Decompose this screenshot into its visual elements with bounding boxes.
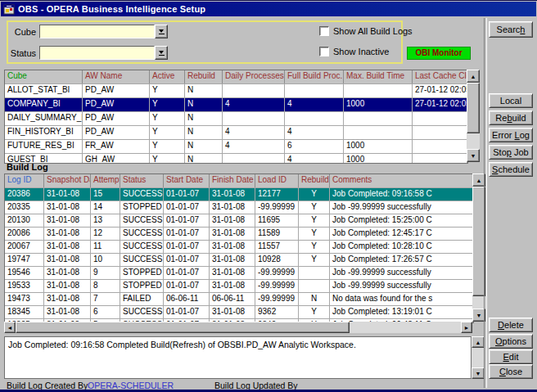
scrollbar-up-icon[interactable]: ▲	[467, 70, 480, 83]
grid-cell: 13	[91, 214, 120, 227]
cube-grid-row[interactable]: COMPANY_BIPD_AWYN44100027-01-12 02:05 PM	[5, 98, 467, 112]
error-log-button[interactable]: Error Log	[489, 128, 533, 142]
edit-button[interactable]: Edit	[489, 349, 533, 364]
status-field[interactable]	[39, 46, 155, 60]
build-log-row[interactable]: 2033531-01-0814STOPPED01-01-0731-01-08-9…	[5, 201, 473, 214]
grid-cell: 11589	[255, 228, 299, 240]
close-button[interactable]: Close	[489, 364, 533, 379]
local-sync-button[interactable]: Local Sync.	[489, 93, 533, 108]
status-dropdown-button[interactable]	[155, 46, 168, 60]
grid-cell: 11	[91, 241, 120, 253]
grid-cell: PD_AW	[83, 126, 150, 139]
grid-cell: 6	[91, 306, 120, 318]
grid-cell: 01-01-07	[164, 188, 210, 201]
grid-cell: 31-01-08	[44, 241, 91, 253]
obi-monitor-indicator[interactable]: OBI Monitor	[407, 47, 471, 60]
grid-cell: SUCCESS	[120, 254, 164, 266]
cube-grid-row[interactable]: ALLOT_STAT_BIPD_AWYN27-01-12 02:05 PM	[5, 84, 467, 98]
grid-cell: STOPPED	[120, 267, 164, 279]
build-log-row[interactable]: 2006731-01-0811SUCCESS01-01-0731-01-0811…	[5, 241, 473, 254]
grid-header-cell: Load ID	[255, 174, 299, 187]
grid-cell: 01-01-07	[164, 280, 210, 292]
grid-cell: Y	[150, 140, 185, 153]
schedule-button[interactable]: Schedule	[489, 162, 533, 177]
cube-grid-scrollbar[interactable]: ▲ ▼	[467, 70, 480, 162]
cube-field[interactable]	[39, 25, 155, 38]
grid-cell: 31-01-08	[44, 188, 91, 201]
grid-cell: GH_AW	[83, 154, 150, 164]
grid-cell: FUTURE_RES_BI	[5, 140, 83, 153]
options-button[interactable]: Options	[489, 334, 533, 349]
build-log-row[interactable]: 1947331-01-087FAILED06-06-1106-06-11-99.…	[5, 293, 473, 306]
grid-cell: Y	[299, 228, 330, 240]
grid-cell: Job -99.99999 successfully	[330, 267, 473, 279]
rebuild-button[interactable]: Rebuild	[489, 110, 533, 125]
grid-cell: Y	[299, 254, 330, 266]
delete-log-button[interactable]: Delete Log	[489, 318, 533, 332]
grid-cell: 19473	[5, 293, 44, 305]
grid-cell: 12177	[255, 188, 299, 201]
grid-cell: SUCCESS	[120, 241, 164, 253]
build-log-row[interactable]: 2013031-01-0813SUCCESS01-01-0731-01-0811…	[5, 214, 473, 228]
scrollbar-thumb[interactable]	[467, 83, 480, 133]
comment-box-scrollbar[interactable]: ▲ ▼	[472, 336, 485, 379]
grid-cell: FAILED	[120, 293, 164, 305]
grid-cell: Y	[299, 201, 330, 214]
grid-header-cell: Last Cache Clear	[413, 70, 467, 83]
cube-grid-row[interactable]: FUTURE_RES_BIFR_AWYN461000	[5, 140, 467, 154]
build-log-row[interactable]: 1954631-01-089STOPPED01-01-0731-01-08-99…	[5, 267, 473, 280]
grid-cell: Job Completed: 17:26:57 C	[330, 254, 473, 266]
grid-cell: No data was found for the s	[330, 293, 473, 305]
cube-dropdown-button[interactable]	[155, 25, 168, 38]
scrollbar-up-icon[interactable]: ▲	[472, 336, 485, 348]
grid-cell: 19747	[5, 254, 44, 266]
grid-cell: 4	[285, 98, 344, 111]
grid-cell: Y	[150, 154, 185, 164]
scrollbar-right-icon[interactable]: ►	[461, 322, 472, 333]
show-all-build-logs-checkbox[interactable]	[319, 26, 329, 36]
grid-cell	[285, 112, 344, 125]
grid-cell: 4	[285, 126, 344, 139]
grid-cell: Y	[150, 84, 185, 97]
search-button[interactable]: Search	[489, 21, 533, 38]
build-log-row[interactable]: 1953331-01-088STOPPED01-01-0731-01-08-99…	[5, 280, 473, 293]
scrollbar-left-icon[interactable]: ◄	[4, 322, 16, 333]
build-log-row[interactable]: 2038631-01-0815SUCCESS01-01-0731-01-0812…	[5, 188, 473, 201]
grid-cell	[223, 84, 285, 97]
grid-cell: Y	[299, 241, 330, 253]
build-log-row[interactable]: 1974731-01-0810SUCCESS01-01-0731-01-0810…	[5, 254, 473, 267]
grid-cell: Job Completed: 13:19:01 C	[330, 306, 473, 318]
grid-cell: Job Completed: 09:16:58 C	[330, 188, 473, 201]
grid-header-cell: Finish Date	[210, 174, 255, 187]
scrollbar-down-icon[interactable]: ▼	[467, 149, 480, 162]
cube-grid-row[interactable]: FIN_HISTORY_BIPD_AWYN44	[5, 126, 467, 140]
scrollbar-down-icon[interactable]: ▼	[472, 367, 485, 379]
grid-cell: N	[185, 126, 223, 139]
grid-header-cell: Rebuild	[299, 174, 330, 187]
grid-header-cell: AW Name	[83, 70, 150, 83]
build-log-row[interactable]: 1834531-01-086SUCCESS01-01-0731-01-08936…	[5, 306, 473, 319]
grid-cell: 4	[223, 98, 285, 111]
grid-cell: 31-01-08	[44, 214, 91, 227]
build-log-hscrollbar[interactable]: ◄ ►	[4, 322, 472, 333]
grid-header-cell: Max. Build Time	[344, 70, 413, 83]
build-log-row[interactable]: 2008631-01-0812SUCCESS01-01-0731-01-0811…	[5, 228, 473, 241]
grid-cell	[223, 154, 285, 164]
cube-grid-row[interactable]: DAILY_SUMMARY_BIPD_AWYN	[5, 112, 467, 126]
stop-job-button[interactable]: Stop Job	[489, 145, 533, 160]
grid-cell: 4	[285, 154, 344, 164]
grid-cell: 01-01-07	[164, 241, 210, 253]
comment-box[interactable]: Job Completed: 09:16:58 Completed Build(…	[4, 336, 472, 379]
grid-cell: FR_AW	[83, 140, 150, 153]
grid-cell: 1000	[344, 154, 413, 164]
cube-grid-row[interactable]: GUEST_BIGH_AWYN41000	[5, 154, 467, 164]
grid-cell: 9362	[255, 306, 299, 318]
grid-cell: Job Completed: 12:45:17 C	[330, 228, 473, 240]
grid-cell: COMPANY_BI	[5, 98, 83, 111]
grid-cell: 31-01-08	[44, 201, 91, 214]
grid-cell: 06-06-11	[210, 293, 255, 305]
grid-cell: Y	[299, 188, 330, 201]
show-inactive-checkbox[interactable]	[319, 47, 329, 56]
scrollbar-thumb[interactable]	[16, 322, 350, 333]
grid-cell	[344, 126, 413, 139]
